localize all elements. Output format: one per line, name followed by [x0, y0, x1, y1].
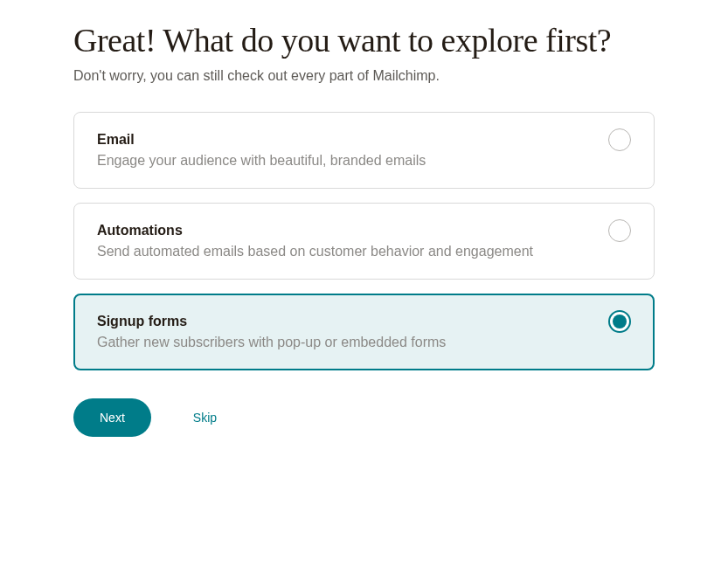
option-description: Send automated emails based on customer …: [97, 244, 608, 259]
next-button[interactable]: Next: [73, 398, 151, 437]
option-text: Signup forms Gather new subscribers with…: [97, 314, 608, 350]
actions-row: Next Skip: [73, 398, 655, 437]
option-title: Signup forms: [97, 314, 608, 329]
option-title: Email: [97, 132, 608, 148]
option-automations[interactable]: Automations Send automated emails based …: [73, 203, 655, 280]
option-description: Gather new subscribers with pop-up or em…: [97, 335, 608, 350]
radio-icon: [608, 310, 631, 333]
option-text: Automations Send automated emails based …: [97, 223, 608, 259]
option-email[interactable]: Email Engage your audience with beautifu…: [73, 112, 655, 189]
radio-icon: [608, 128, 631, 151]
options-list: Email Engage your audience with beautifu…: [73, 112, 655, 370]
option-signup-forms[interactable]: Signup forms Gather new subscribers with…: [73, 294, 655, 370]
option-text: Email Engage your audience with beautifu…: [97, 132, 608, 169]
option-description: Engage your audience with beautiful, bra…: [97, 153, 608, 169]
page-subtitle: Don't worry, you can still check out eve…: [73, 68, 655, 84]
skip-button[interactable]: Skip: [193, 411, 217, 425]
radio-icon: [608, 219, 631, 242]
radio-inner-icon: [613, 315, 627, 328]
page-title: Great! What do you want to explore first…: [73, 21, 655, 59]
option-title: Automations: [97, 223, 608, 239]
